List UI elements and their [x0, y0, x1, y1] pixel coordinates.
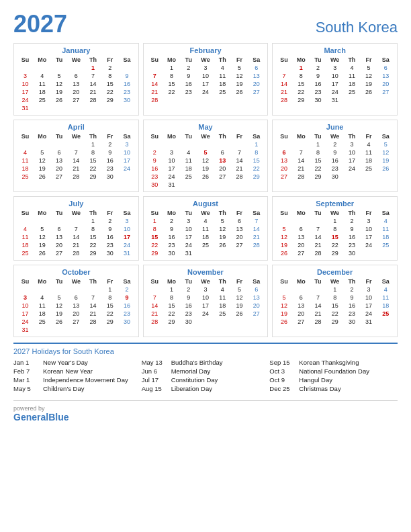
cal-day: 30: [163, 249, 180, 257]
cal-day: [197, 96, 214, 104]
cal-day: 4: [343, 64, 360, 72]
holiday-date: Oct 9: [269, 376, 295, 384]
holiday-name: New Year's Day: [43, 359, 88, 366]
cal-day: 14: [85, 302, 101, 310]
cal-day: 30: [180, 318, 197, 326]
cal-day: 14: [146, 80, 163, 88]
cal-day: 2: [146, 148, 163, 157]
cal-day: 26: [50, 96, 67, 104]
day-header-th: Th: [214, 56, 231, 64]
cal-day: 27: [50, 173, 67, 181]
holiday-name: Children's Day: [43, 385, 84, 392]
cal-day: 12: [275, 302, 292, 310]
cal-day: 21: [310, 310, 326, 318]
month-table: SuMoTuWeThFrSa12345678910111213141516171…: [146, 132, 265, 189]
cal-day: 27: [50, 249, 67, 257]
day-header-sa: Sa: [377, 132, 394, 140]
cal-day: 9: [118, 72, 135, 80]
day-header-mo: Mo: [163, 132, 180, 140]
cal-day: 24: [17, 318, 34, 326]
cal-day: 21: [231, 165, 248, 173]
cal-day: 1: [293, 64, 310, 72]
cal-day: [68, 104, 85, 112]
cal-day: [17, 217, 34, 225]
cal-day: 31: [361, 318, 377, 326]
cal-day: 24: [326, 88, 343, 96]
cal-day: 23: [118, 310, 135, 318]
cal-day: 19: [275, 241, 292, 249]
day-header-su: Su: [146, 132, 163, 140]
cal-day: 20: [275, 165, 292, 173]
cal-day: [214, 318, 231, 326]
month-table: SuMoTuWeThFrSa12345678910111213141516171…: [17, 277, 136, 334]
day-header-we: We: [68, 209, 85, 217]
cal-day: 2: [101, 217, 118, 225]
cal-day: 20: [248, 80, 265, 88]
cal-day: 3: [163, 148, 180, 157]
cal-day: 2: [101, 64, 118, 72]
calendar-grid: JanuarySuMoTuWeThFrSa1234567891011121314…: [13, 43, 398, 337]
cal-day: 16: [343, 302, 360, 310]
holiday-item: Jun 6Memorial Day: [142, 367, 270, 375]
cal-day: 23: [101, 165, 118, 173]
cal-day: 28: [85, 318, 101, 326]
cal-day: 18: [377, 233, 394, 241]
day-header-su: Su: [146, 209, 163, 217]
cal-day: 16: [310, 80, 326, 88]
cal-day: 5: [34, 148, 50, 157]
cal-day: 21: [310, 241, 326, 249]
cal-day: 7: [275, 72, 292, 80]
cal-day: 22: [293, 88, 310, 96]
day-header-fr: Fr: [101, 56, 118, 64]
cal-day: 6: [214, 148, 231, 157]
cal-day: 16: [163, 233, 180, 241]
day-header-fr: Fr: [231, 132, 248, 140]
month-block-april: AprilSuMoTuWeThFrSa123456789101112131415…: [13, 120, 139, 192]
month-name: April: [17, 123, 136, 131]
month-block-may: MaySuMoTuWeThFrSa12345678910111213141516…: [143, 120, 269, 192]
cal-day: [68, 326, 85, 334]
cal-day: 20: [377, 80, 394, 88]
cal-day: 12: [50, 80, 67, 88]
day-header-tu: Tu: [310, 209, 326, 217]
day-header-th: Th: [85, 56, 101, 64]
cal-day: 24: [180, 241, 197, 249]
cal-day: 9: [163, 225, 180, 233]
cal-day: 11: [34, 80, 50, 88]
day-header-mo: Mo: [293, 277, 310, 285]
cal-day: 13: [68, 80, 85, 88]
holiday-name: Buddha's Birthday: [171, 359, 223, 366]
day-header-th: Th: [85, 132, 101, 140]
cal-day: [68, 64, 85, 72]
cal-day: [85, 326, 101, 334]
cal-day: [50, 64, 67, 72]
cal-day: 20: [231, 233, 248, 241]
cal-day: 12: [197, 157, 214, 165]
holidays-columns: Jan 1New Year's DayFeb 7Korean New YearM…: [13, 359, 398, 394]
day-header-su: Su: [17, 209, 34, 217]
cal-day: 6: [248, 285, 265, 294]
day-header-th: Th: [343, 277, 360, 285]
cal-day: [343, 96, 360, 104]
holiday-item: Aug 15Liberation Day: [142, 385, 270, 392]
cal-day: 27: [214, 173, 231, 181]
day-header-we: We: [68, 56, 85, 64]
day-header-tu: Tu: [310, 132, 326, 140]
cal-day: 20: [50, 241, 67, 249]
cal-day: 5: [361, 64, 377, 72]
cal-day: 12: [34, 233, 50, 241]
cal-day: [34, 326, 50, 334]
cal-day: 26: [214, 241, 231, 249]
cal-day: 27: [293, 318, 310, 326]
cal-day: [50, 217, 67, 225]
cal-day: 21: [85, 88, 101, 96]
cal-day: 11: [377, 294, 394, 302]
cal-day: 2: [343, 217, 360, 225]
day-header-we: We: [197, 209, 214, 217]
cal-day: 12: [34, 157, 50, 165]
cal-day: 9: [101, 148, 118, 157]
cal-day: [377, 173, 394, 181]
cal-day: [197, 318, 214, 326]
cal-day: 5: [275, 225, 292, 233]
cal-day: 4: [214, 285, 231, 294]
